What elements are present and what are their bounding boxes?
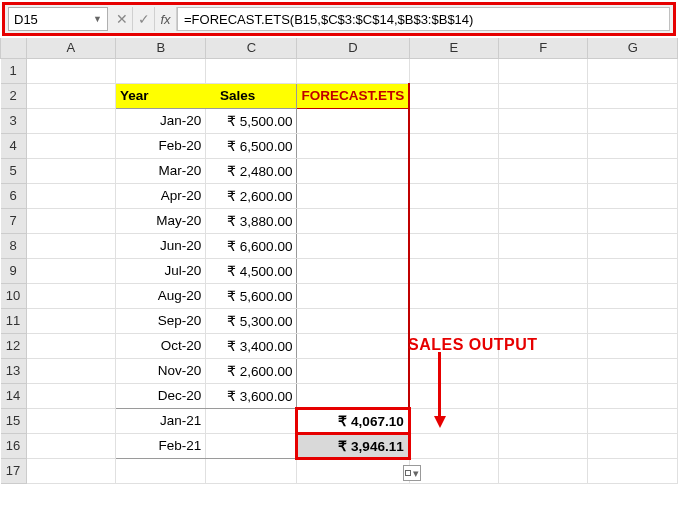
cell-sales[interactable]: ₹ 5,500.00 xyxy=(206,108,297,133)
row-header[interactable]: 12 xyxy=(1,333,27,358)
cell[interactable] xyxy=(206,433,297,458)
cell[interactable] xyxy=(499,108,588,133)
cell[interactable] xyxy=(499,333,588,358)
cell[interactable] xyxy=(26,183,115,208)
cell[interactable] xyxy=(499,383,588,408)
cell[interactable] xyxy=(206,458,297,483)
cell[interactable] xyxy=(588,258,678,283)
cell-sales[interactable]: ₹ 2,600.00 xyxy=(206,183,297,208)
cell-sales[interactable]: ₹ 5,600.00 xyxy=(206,283,297,308)
cell[interactable] xyxy=(499,183,588,208)
cell[interactable] xyxy=(499,83,588,108)
cell[interactable] xyxy=(588,233,678,258)
cell-year[interactable]: Jan-20 xyxy=(116,108,206,133)
row-header[interactable]: 5 xyxy=(1,158,27,183)
cell[interactable] xyxy=(409,158,498,183)
cell[interactable] xyxy=(499,458,588,483)
cell[interactable] xyxy=(409,208,498,233)
cancel-icon[interactable]: ✕ xyxy=(111,7,133,31)
cell[interactable] xyxy=(409,133,498,158)
col-header-c[interactable]: C xyxy=(206,38,297,58)
cell-year[interactable]: Oct-20 xyxy=(116,333,206,358)
cell-year[interactable]: May-20 xyxy=(116,208,206,233)
cell-year[interactable]: Feb-20 xyxy=(116,133,206,158)
cell-forecast-d15[interactable]: ₹ 4,067.10 xyxy=(297,408,409,433)
cell[interactable] xyxy=(499,58,588,83)
row-header[interactable]: 17 xyxy=(1,458,27,483)
cell[interactable] xyxy=(297,458,409,483)
cell[interactable] xyxy=(588,283,678,308)
cell[interactable] xyxy=(26,358,115,383)
cell[interactable] xyxy=(26,233,115,258)
cell[interactable] xyxy=(499,433,588,458)
col-header-g[interactable]: G xyxy=(588,38,678,58)
cell[interactable] xyxy=(409,233,498,258)
cell[interactable] xyxy=(588,183,678,208)
cell-sales[interactable]: ₹ 6,500.00 xyxy=(206,133,297,158)
cell-sales[interactable]: ₹ 3,880.00 xyxy=(206,208,297,233)
cell[interactable] xyxy=(116,458,206,483)
cell[interactable] xyxy=(297,108,409,133)
cell-sales[interactable]: ₹ 5,300.00 xyxy=(206,308,297,333)
row-header[interactable]: 11 xyxy=(1,308,27,333)
cell[interactable] xyxy=(26,133,115,158)
cell-sales[interactable]: ₹ 4,500.00 xyxy=(206,258,297,283)
cell-sales[interactable]: ₹ 3,400.00 xyxy=(206,333,297,358)
cell-year[interactable]: Mar-20 xyxy=(116,158,206,183)
cell-year[interactable]: Sep-20 xyxy=(116,308,206,333)
cell[interactable] xyxy=(588,433,678,458)
cell-year[interactable]: Jun-20 xyxy=(116,233,206,258)
cell[interactable] xyxy=(409,358,498,383)
cell[interactable] xyxy=(26,383,115,408)
cell[interactable] xyxy=(26,408,115,433)
cell[interactable] xyxy=(26,158,115,183)
cell[interactable] xyxy=(588,358,678,383)
cell[interactable] xyxy=(588,108,678,133)
cell[interactable] xyxy=(409,458,498,483)
row-header[interactable]: 2 xyxy=(1,83,27,108)
cell[interactable] xyxy=(297,308,409,333)
cell[interactable] xyxy=(409,258,498,283)
cell[interactable] xyxy=(588,208,678,233)
cell[interactable] xyxy=(499,408,588,433)
cell[interactable] xyxy=(588,58,678,83)
select-all-corner[interactable] xyxy=(1,38,27,58)
cell[interactable] xyxy=(588,158,678,183)
cell[interactable] xyxy=(499,258,588,283)
cell-sales[interactable]: ₹ 2,600.00 xyxy=(206,358,297,383)
cell[interactable] xyxy=(409,433,498,458)
row-header[interactable]: 9 xyxy=(1,258,27,283)
cell[interactable] xyxy=(206,58,297,83)
row-header[interactable]: 16 xyxy=(1,433,27,458)
cell-year[interactable]: Jul-20 xyxy=(116,258,206,283)
cell[interactable] xyxy=(297,208,409,233)
cell[interactable] xyxy=(409,283,498,308)
cell[interactable] xyxy=(588,383,678,408)
col-header-a[interactable]: A xyxy=(26,38,115,58)
cell-sales[interactable]: ₹ 3,600.00 xyxy=(206,383,297,408)
enter-icon[interactable]: ✓ xyxy=(133,7,155,31)
row-header[interactable]: 15 xyxy=(1,408,27,433)
cell[interactable] xyxy=(409,408,498,433)
cell[interactable] xyxy=(26,433,115,458)
row-header[interactable]: 10 xyxy=(1,283,27,308)
col-header-b[interactable]: B xyxy=(116,38,206,58)
header-year[interactable]: Year xyxy=(116,83,206,108)
cell[interactable] xyxy=(297,333,409,358)
row-header[interactable]: 6 xyxy=(1,183,27,208)
formula-input[interactable]: =FORECAST.ETS(B15,$C$3:$C$14,$B$3:$B$14) xyxy=(177,7,670,31)
cell[interactable] xyxy=(26,208,115,233)
cell[interactable] xyxy=(26,283,115,308)
col-header-d[interactable]: D xyxy=(297,38,409,58)
cell[interactable] xyxy=(297,183,409,208)
fx-icon[interactable]: fx xyxy=(155,7,177,31)
cell-year[interactable]: Feb-21 xyxy=(116,433,206,458)
cell[interactable] xyxy=(499,233,588,258)
cell-year[interactable]: Dec-20 xyxy=(116,383,206,408)
cell-year[interactable]: Aug-20 xyxy=(116,283,206,308)
row-header[interactable]: 3 xyxy=(1,108,27,133)
cell[interactable] xyxy=(409,58,498,83)
cell[interactable] xyxy=(297,158,409,183)
cell[interactable] xyxy=(499,208,588,233)
cell[interactable] xyxy=(26,58,115,83)
